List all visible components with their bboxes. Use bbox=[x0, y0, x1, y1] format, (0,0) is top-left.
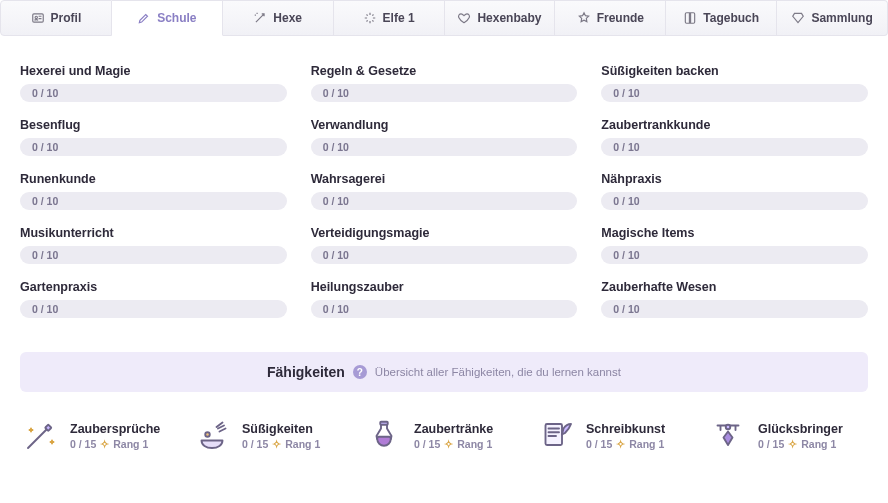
tab-label: Schule bbox=[157, 11, 196, 25]
tab-label: Elfe 1 bbox=[383, 11, 415, 25]
skill-progress-bar: 0 / 10 bbox=[601, 300, 868, 318]
tab-schule[interactable]: Schule bbox=[112, 0, 223, 36]
skill-item: Verwandlung 0 / 10 bbox=[311, 118, 578, 156]
skill-progress-bar: 0 / 10 bbox=[311, 192, 578, 210]
svg-rect-0 bbox=[32, 14, 43, 22]
tab-label: Profil bbox=[51, 11, 82, 25]
tab-profil[interactable]: Profil bbox=[0, 0, 112, 36]
heart-icon bbox=[457, 11, 471, 25]
skill-name: Zauberhafte Wesen bbox=[601, 280, 868, 294]
ability-meta: 0 / 15 ✧ Rang 1 bbox=[586, 438, 665, 450]
skill-name: Zaubertrankkunde bbox=[601, 118, 868, 132]
tab-label: Tagebuch bbox=[703, 11, 759, 25]
ability-item[interactable]: Süßigkeiten 0 / 15 ✧ Rang 1 bbox=[192, 416, 352, 456]
ability-name: Zaubertränke bbox=[414, 422, 493, 436]
skill-progress-bar: 0 / 10 bbox=[20, 192, 287, 210]
svg-rect-2 bbox=[45, 425, 51, 431]
rank-star-icon: ✧ bbox=[788, 438, 797, 450]
skill-progress-text: 0 / 10 bbox=[613, 249, 639, 261]
skill-progress-bar: 0 / 10 bbox=[601, 138, 868, 156]
skill-item: Hexerei und Magie 0 / 10 bbox=[20, 64, 287, 102]
ability-rank: Rang 1 bbox=[629, 438, 664, 450]
ability-name: Süßigkeiten bbox=[242, 422, 320, 436]
ability-rank: Rang 1 bbox=[457, 438, 492, 450]
ability-item[interactable]: Glücksbringer 0 / 15 ✧ Rang 1 bbox=[708, 416, 868, 456]
skill-item: Zauberhafte Wesen 0 / 10 bbox=[601, 280, 868, 318]
scroll-quill-icon bbox=[536, 416, 576, 456]
pencil-icon bbox=[137, 11, 151, 25]
ability-name: Schreibkunst bbox=[586, 422, 665, 436]
skill-name: Magische Items bbox=[601, 226, 868, 240]
skill-name: Nähpraxis bbox=[601, 172, 868, 186]
tab-bar: Profil Schule Hexe Elfe 1 Hexenbaby Freu… bbox=[0, 0, 888, 36]
potion-flask-icon bbox=[364, 416, 404, 456]
skill-name: Heilungszauber bbox=[311, 280, 578, 294]
skill-progress-text: 0 / 10 bbox=[32, 141, 58, 153]
ability-item[interactable]: Zaubertränke 0 / 15 ✧ Rang 1 bbox=[364, 416, 524, 456]
skill-progress-text: 0 / 10 bbox=[613, 303, 639, 315]
skill-item: Süßigkeiten backen 0 / 10 bbox=[601, 64, 868, 102]
skill-item: Magische Items 0 / 10 bbox=[601, 226, 868, 264]
skill-item: Nähpraxis 0 / 10 bbox=[601, 172, 868, 210]
ability-name: Glücksbringer bbox=[758, 422, 843, 436]
skill-progress-text: 0 / 10 bbox=[323, 195, 349, 207]
sparkle-icon bbox=[363, 11, 377, 25]
abilities-header: Fähigkeiten ? Übersicht aller Fähigkeite… bbox=[20, 352, 868, 392]
skill-item: Zaubertrankkunde 0 / 10 bbox=[601, 118, 868, 156]
tab-elfe[interactable]: Elfe 1 bbox=[334, 0, 445, 36]
skill-progress-bar: 0 / 10 bbox=[20, 246, 287, 264]
svg-rect-5 bbox=[546, 424, 563, 445]
skill-name: Süßigkeiten backen bbox=[601, 64, 868, 78]
svg-point-1 bbox=[35, 16, 37, 18]
tab-hexe[interactable]: Hexe bbox=[223, 0, 334, 36]
skill-progress-text: 0 / 10 bbox=[323, 249, 349, 261]
skill-item: Verteidigungsmagie 0 / 10 bbox=[311, 226, 578, 264]
skill-item: Runenkunde 0 / 10 bbox=[20, 172, 287, 210]
help-icon[interactable]: ? bbox=[353, 365, 367, 379]
skill-progress-bar: 0 / 10 bbox=[20, 138, 287, 156]
tab-label: Hexenbaby bbox=[477, 11, 541, 25]
ability-meta: 0 / 15 ✧ Rang 1 bbox=[242, 438, 320, 450]
skill-item: Wahrsagerei 0 / 10 bbox=[311, 172, 578, 210]
ability-progress: 0 / 15 bbox=[758, 438, 784, 450]
skill-item: Regeln & Gesetze 0 / 10 bbox=[311, 64, 578, 102]
skill-name: Runenkunde bbox=[20, 172, 287, 186]
tab-freunde[interactable]: Freunde bbox=[555, 0, 666, 36]
svg-point-3 bbox=[205, 432, 210, 437]
skill-progress-text: 0 / 10 bbox=[32, 195, 58, 207]
skill-progress-text: 0 / 10 bbox=[323, 303, 349, 315]
skill-name: Verwandlung bbox=[311, 118, 578, 132]
skill-progress-text: 0 / 10 bbox=[613, 195, 639, 207]
abilities-title: Fähigkeiten bbox=[267, 364, 345, 380]
abilities-row: Zaubersprüche 0 / 15 ✧ Rang 1 Süßigkeite… bbox=[0, 410, 888, 472]
tab-tagebuch[interactable]: Tagebuch bbox=[666, 0, 777, 36]
skill-item: Gartenpraxis 0 / 10 bbox=[20, 280, 287, 318]
skill-name: Besenflug bbox=[20, 118, 287, 132]
skill-progress-text: 0 / 10 bbox=[613, 141, 639, 153]
ability-item[interactable]: Zaubersprüche 0 / 15 ✧ Rang 1 bbox=[20, 416, 180, 456]
bowl-whisk-icon bbox=[192, 416, 232, 456]
ability-progress: 0 / 15 bbox=[70, 438, 96, 450]
skill-name: Wahrsagerei bbox=[311, 172, 578, 186]
star-icon bbox=[577, 11, 591, 25]
tab-hexenbaby[interactable]: Hexenbaby bbox=[445, 0, 556, 36]
rank-star-icon: ✧ bbox=[444, 438, 453, 450]
amulet-icon bbox=[708, 416, 748, 456]
ability-progress: 0 / 15 bbox=[242, 438, 268, 450]
skill-progress-text: 0 / 10 bbox=[613, 87, 639, 99]
tab-label: Hexe bbox=[273, 11, 302, 25]
tab-label: Freunde bbox=[597, 11, 644, 25]
wand-icon bbox=[253, 11, 267, 25]
rank-star-icon: ✧ bbox=[100, 438, 109, 450]
skill-progress-bar: 0 / 10 bbox=[20, 300, 287, 318]
skill-progress-text: 0 / 10 bbox=[32, 249, 58, 261]
ability-item[interactable]: Schreibkunst 0 / 15 ✧ Rang 1 bbox=[536, 416, 696, 456]
svg-rect-4 bbox=[380, 422, 388, 425]
tab-label: Sammlung bbox=[811, 11, 872, 25]
skill-progress-bar: 0 / 10 bbox=[311, 138, 578, 156]
book-icon bbox=[683, 11, 697, 25]
tab-sammlung[interactable]: Sammlung bbox=[777, 0, 888, 36]
skill-progress-text: 0 / 10 bbox=[32, 87, 58, 99]
skill-name: Gartenpraxis bbox=[20, 280, 287, 294]
ability-meta: 0 / 15 ✧ Rang 1 bbox=[414, 438, 493, 450]
